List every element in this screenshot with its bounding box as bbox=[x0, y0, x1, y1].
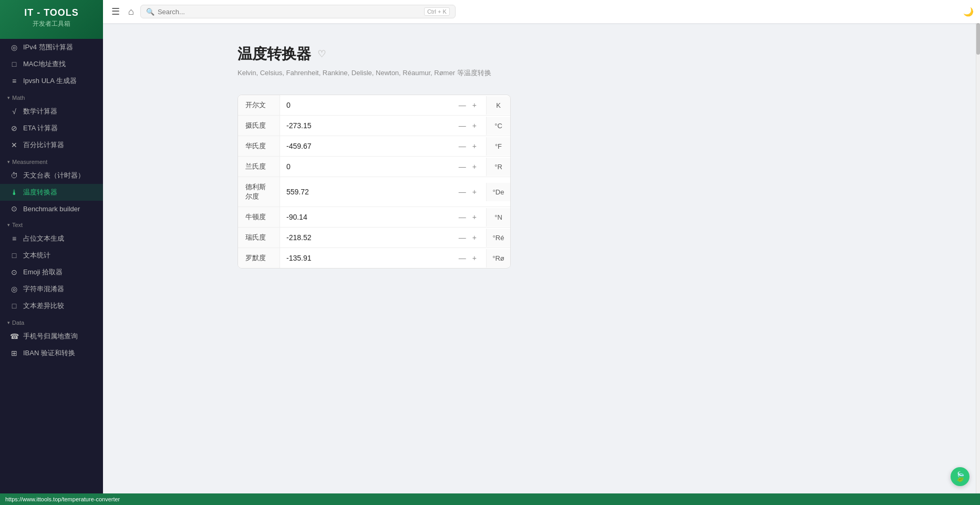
converter-table: 开尔文 — + K 摄氏度 — + °C 华氏度 — + °F bbox=[238, 95, 511, 269]
plus-btn-celsius[interactable]: + bbox=[470, 120, 479, 131]
scrollbar[interactable] bbox=[976, 23, 980, 493]
lorem-icon: ≡ bbox=[9, 234, 19, 243]
plus-btn-newton[interactable]: + bbox=[470, 212, 479, 222]
sidebar-item-ipvsh[interactable]: ≡ Ipvsh ULA 生成器 bbox=[0, 73, 103, 89]
app-title: IT - TOOLS bbox=[8, 7, 95, 18]
sidebar-item-percent[interactable]: ✕ 百分比计算器 bbox=[0, 137, 103, 153]
plus-btn-rankine[interactable]: + bbox=[470, 161, 479, 172]
minus-btn-newton[interactable]: — bbox=[457, 212, 468, 222]
menu-icon[interactable]: ☰ bbox=[109, 4, 122, 19]
input-reaumur[interactable] bbox=[284, 228, 457, 247]
sidebar-item-ipv4[interactable]: ◎ IPv4 范围计算器 bbox=[0, 39, 103, 56]
fab-button[interactable]: 🍃 bbox=[951, 467, 969, 486]
sidebar-header: IT - TOOLS 开发者工具箱 bbox=[0, 0, 103, 39]
home-icon[interactable]: ⌂ bbox=[126, 4, 136, 19]
unit-fahrenheit: °F bbox=[486, 137, 510, 156]
input-wrap-celsius: — + bbox=[280, 116, 486, 135]
ipvsh-icon: ≡ bbox=[9, 77, 19, 85]
plus-btn-romer[interactable]: + bbox=[470, 253, 479, 263]
input-rankine[interactable] bbox=[284, 157, 457, 176]
controls-rankine: — + bbox=[457, 161, 482, 172]
sidebar-item-emoji[interactable]: ⊙ Emoji 拾取器 bbox=[0, 264, 103, 281]
page-subtitle: Kelvin, Celsius, Fahrenheit, Rankine, De… bbox=[238, 68, 948, 78]
status-url: https://www.ittools.top/temperature-conv… bbox=[5, 496, 120, 502]
search-input[interactable] bbox=[158, 8, 421, 16]
sidebar-item-eta[interactable]: ⊘ ETA 计算器 bbox=[0, 120, 103, 137]
iban-icon: ⊞ bbox=[9, 349, 19, 357]
main-content: 温度转换器 ♡ Kelvin, Celsius, Fahrenheit, Ran… bbox=[206, 23, 980, 505]
input-fahrenheit[interactable] bbox=[284, 137, 457, 156]
dark-mode-icon[interactable]: 🌙 bbox=[963, 7, 974, 17]
input-romer[interactable] bbox=[284, 249, 457, 267]
unit-celsius: °C bbox=[486, 117, 510, 135]
sidebar-item-benchmark[interactable]: ⊙ Benchmark builder bbox=[0, 201, 103, 217]
minus-btn-rankine[interactable]: — bbox=[457, 161, 468, 172]
converter-row-delisle: 德利斯尔度 — + °De bbox=[238, 177, 510, 207]
minus-btn-reaumur[interactable]: — bbox=[457, 232, 468, 243]
sidebar-item-math-calc[interactable]: √ 数学计算器 bbox=[0, 103, 103, 120]
sidebar-item-lorem[interactable]: ≡ 占位文本生成 bbox=[0, 230, 103, 247]
input-wrap-fahrenheit: — + bbox=[280, 137, 486, 156]
input-wrap-reaumur: — + bbox=[280, 228, 486, 247]
chevron-down-icon: ▾ bbox=[7, 320, 10, 325]
label-fahrenheit: 华氏度 bbox=[238, 136, 280, 156]
eta-icon: ⊘ bbox=[9, 124, 19, 132]
sidebar-item-temp[interactable]: 🌡 温度转换器 bbox=[0, 184, 103, 201]
section-math[interactable]: ▾ Math bbox=[0, 89, 103, 103]
input-wrap-kelvin: — + bbox=[280, 96, 486, 115]
controls-romer: — + bbox=[457, 253, 482, 263]
mac-icon: □ bbox=[9, 60, 19, 68]
input-wrap-newton: — + bbox=[280, 208, 486, 226]
input-delisle[interactable] bbox=[284, 182, 457, 201]
minus-btn-kelvin[interactable]: — bbox=[457, 100, 468, 110]
minus-btn-fahrenheit[interactable]: — bbox=[457, 141, 468, 151]
diff-icon: □ bbox=[9, 302, 19, 310]
search-shortcut: Ctrl + K bbox=[424, 7, 450, 16]
favorite-icon[interactable]: ♡ bbox=[317, 48, 326, 60]
plus-btn-reaumur[interactable]: + bbox=[470, 232, 479, 243]
sidebar-item-iban[interactable]: ⊞ IBAN 验证和转换 bbox=[0, 345, 103, 362]
sidebar-item-textstats[interactable]: □ 文本统计 bbox=[0, 247, 103, 264]
unit-rankine: °R bbox=[486, 158, 510, 176]
minus-btn-delisle[interactable]: — bbox=[457, 187, 468, 197]
input-celsius[interactable] bbox=[284, 116, 457, 135]
converter-row-celsius: 摄氏度 — + °C bbox=[238, 116, 510, 136]
label-delisle: 德利斯尔度 bbox=[238, 177, 280, 207]
input-newton[interactable] bbox=[284, 208, 457, 226]
scrollbar-thumb[interactable] bbox=[976, 23, 980, 55]
converter-row-kelvin: 开尔文 — + K bbox=[238, 95, 510, 116]
shuffle-icon: ◎ bbox=[9, 285, 19, 293]
section-text[interactable]: ▾ Text bbox=[0, 217, 103, 230]
section-data[interactable]: ▾ Data bbox=[0, 314, 103, 328]
chevron-down-icon: ▾ bbox=[7, 222, 10, 228]
minus-btn-celsius[interactable]: — bbox=[457, 120, 468, 131]
sidebar-item-mac[interactable]: □ MAC地址查找 bbox=[0, 56, 103, 73]
label-newton: 牛顿度 bbox=[238, 207, 280, 227]
sidebar-item-observatory[interactable]: ⏱ 天文台表（计时器） bbox=[0, 167, 103, 184]
input-kelvin[interactable] bbox=[284, 96, 457, 115]
percent-icon: ✕ bbox=[9, 141, 19, 149]
input-wrap-delisle: — + bbox=[280, 182, 486, 201]
sidebar-item-phone[interactable]: ☎ 手机号归属地查询 bbox=[0, 328, 103, 345]
minus-btn-romer[interactable]: — bbox=[457, 253, 468, 263]
label-romer: 罗默度 bbox=[238, 248, 280, 268]
unit-romer: °Rø bbox=[486, 249, 510, 267]
converter-row-reaumur: 瑞氏度 — + °Ré bbox=[238, 228, 510, 248]
converter-row-fahrenheit: 华氏度 — + °F bbox=[238, 136, 510, 157]
unit-kelvin: K bbox=[486, 96, 510, 115]
sidebar-item-shuffle[interactable]: ◎ 字符串混淆器 bbox=[0, 281, 103, 297]
sidebar-item-textdiff[interactable]: □ 文本差异比较 bbox=[0, 297, 103, 314]
converter-row-romer: 罗默度 — + °Rø bbox=[238, 248, 510, 268]
label-rankine: 兰氏度 bbox=[238, 157, 280, 177]
chevron-down-icon: ▾ bbox=[7, 95, 10, 100]
plus-btn-fahrenheit[interactable]: + bbox=[470, 141, 479, 151]
converter-row-newton: 牛顿度 — + °N bbox=[238, 207, 510, 228]
section-measurement[interactable]: ▾ Measurement bbox=[0, 153, 103, 167]
plus-btn-kelvin[interactable]: + bbox=[470, 100, 479, 110]
topbar: ☰ ⌂ 🔍 Ctrl + K 🌙 bbox=[103, 0, 980, 23]
benchmark-icon: ⊙ bbox=[9, 204, 19, 213]
plus-btn-delisle[interactable]: + bbox=[470, 187, 479, 197]
search-box: 🔍 Ctrl + K bbox=[140, 5, 456, 18]
controls-fahrenheit: — + bbox=[457, 141, 482, 151]
timer-icon: ⏱ bbox=[9, 171, 19, 180]
